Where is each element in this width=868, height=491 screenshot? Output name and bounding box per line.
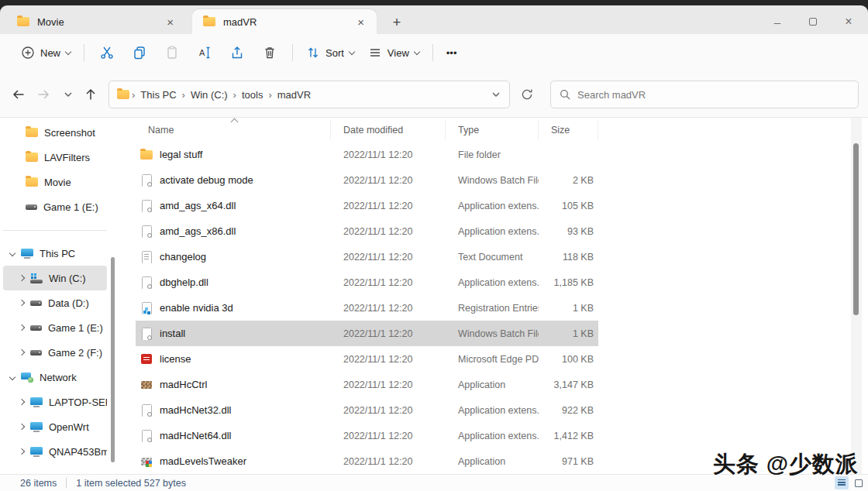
tab-madvr[interactable]: madVR × <box>192 9 377 34</box>
sidebar-item-qnap453bmir[interactable]: QNAP453Bmir <box>3 439 107 464</box>
breadcrumb-separator: › <box>180 89 188 101</box>
sidebar-item-lavfilters[interactable]: LAVFilters <box>3 145 107 170</box>
address-row: › This PC › Win (C:) › tools › madVR <box>0 71 868 118</box>
column-header-name[interactable]: Name <box>136 120 331 140</box>
chevron-down-icon <box>65 48 71 54</box>
chevron-down-icon <box>491 89 501 100</box>
chevron-down-icon <box>349 48 355 54</box>
sidebar-item-openwrt[interactable]: OpenWrt <box>3 414 107 439</box>
column-header-date-modified[interactable]: Date modified <box>331 120 446 140</box>
breadcrumb-separator: › <box>266 89 274 101</box>
maximize-button[interactable] <box>797 12 829 32</box>
new-tab-button[interactable]: + <box>388 15 406 32</box>
up-button[interactable] <box>80 84 102 105</box>
file-row-amd-ags-x64[interactable]: amd_ags_x64.dll 2022/11/1 12:20 Applicat… <box>136 193 598 218</box>
svg-text:A: A <box>199 48 205 57</box>
items-count: 26 items <box>20 478 57 489</box>
chevron-right-icon[interactable] <box>19 275 25 281</box>
list-scrollbar-thumb[interactable] <box>853 143 859 315</box>
sidebar-item-movie[interactable]: Movie <box>3 170 107 194</box>
chevron-right-icon[interactable] <box>19 300 25 306</box>
dll-file-icon <box>140 430 153 442</box>
breadcrumb-this-pc[interactable]: This PC <box>137 89 179 101</box>
search-box[interactable] <box>550 81 859 108</box>
chevron-down-icon[interactable] <box>9 250 16 256</box>
breadcrumb-win-c[interactable]: Win (C:) <box>188 89 231 101</box>
close-window-button[interactable]: × <box>832 12 865 32</box>
file-row-changelog[interactable]: changelog 2022/11/1 12:20 Text Document … <box>136 244 598 270</box>
recent-locations-button[interactable] <box>57 84 79 105</box>
see-more-button[interactable]: ••• <box>439 39 464 66</box>
rename-button[interactable]: A <box>188 39 221 66</box>
view-lines-icon <box>368 46 382 60</box>
details-view-icon <box>838 479 846 486</box>
new-button[interactable]: New <box>14 39 78 66</box>
sidebar-item-this-pc[interactable]: This PC <box>3 241 107 266</box>
sidebar-item-label: Game 1 (E:) <box>48 322 103 334</box>
computer-icon <box>21 249 33 259</box>
sidebar-item-label: Game 1 (E:) <box>43 201 98 213</box>
folder-icon <box>26 153 38 162</box>
sidebar-scrollbar[interactable] <box>111 257 115 462</box>
file-row-activate-debug-mode[interactable]: activate debug mode 2022/11/1 12:20 Wind… <box>136 167 598 193</box>
chevron-down-icon <box>63 89 74 100</box>
file-row-dbghelp[interactable]: dbghelp.dll 2022/11/1 12:20 Application … <box>136 270 598 295</box>
file-row-license[interactable]: license 2022/11/1 12:20 Microsoft Edge P… <box>136 346 598 372</box>
address-dropdown-button[interactable] <box>491 89 501 100</box>
file-row-enable-nvidia-3d[interactable]: enable nvidia 3d 2022/11/1 12:20 Registr… <box>136 295 598 321</box>
copy-button[interactable] <box>123 39 156 66</box>
back-button[interactable] <box>8 84 29 105</box>
sidebar-item-game1-pinned[interactable]: Game 1 (E:) <box>3 194 107 219</box>
sidebar-item-label: Game 2 (F:) <box>48 347 102 359</box>
chevron-right-icon[interactable] <box>19 399 25 405</box>
sidebar-item-laptop-serve[interactable]: LAPTOP-SERVE <box>3 390 107 414</box>
chevron-right-icon[interactable] <box>19 324 25 331</box>
refresh-button[interactable] <box>516 84 538 105</box>
sidebar-item-data-d[interactable]: Data (D:) <box>3 290 107 315</box>
file-row-madlevelstweaker[interactable]: madLevelsTweaker 2022/11/1 12:20 Applica… <box>136 448 598 474</box>
chevron-down-icon[interactable] <box>9 374 16 380</box>
forward-button[interactable] <box>33 84 54 105</box>
minimize-button[interactable]: – <box>761 12 794 32</box>
sidebar-item-win-c[interactable]: Win (C:) <box>3 266 107 290</box>
drive-icon <box>30 300 42 306</box>
sidebar-item-game1-e[interactable]: Game 1 (E:) <box>3 315 107 340</box>
selection-info: 1 item selected 527 bytes <box>76 478 186 489</box>
dll-file-icon <box>140 225 153 238</box>
view-button[interactable]: View <box>361 39 426 66</box>
close-tab-icon[interactable]: × <box>162 16 178 28</box>
file-row-madhcnet32[interactable]: madHcNet32.dll 2022/11/1 12:20 Applicati… <box>136 397 598 423</box>
breadcrumb-madvr[interactable]: madVR <box>274 89 314 101</box>
chevron-right-icon[interactable] <box>19 448 25 455</box>
sidebar-item-label: Data (D:) <box>48 297 89 309</box>
share-button[interactable] <box>221 39 253 66</box>
network-pc-icon <box>30 447 43 457</box>
back-arrow-icon <box>11 87 26 102</box>
column-header-size[interactable]: Size <box>539 120 598 140</box>
cut-button[interactable] <box>91 39 123 66</box>
sidebar-item-screenshot[interactable]: Screenshot <box>3 120 107 145</box>
delete-button[interactable] <box>253 39 286 66</box>
thumbnails-view-icon <box>855 479 863 487</box>
chevron-right-icon[interactable] <box>19 349 25 355</box>
sort-button[interactable]: Sort <box>299 39 361 66</box>
file-row-madhcnet64[interactable]: madHcNet64.dll 2022/11/1 12:20 Applicati… <box>136 423 598 448</box>
breadcrumb[interactable]: › This PC › Win (C:) › tools › madVR <box>108 81 510 108</box>
tab-movie[interactable]: Movie × <box>6 9 186 34</box>
maximize-icon <box>809 18 817 26</box>
breadcrumb-tools[interactable]: tools <box>239 89 266 101</box>
chevron-right-icon[interactable] <box>19 424 25 430</box>
toolbar-divider <box>292 44 293 61</box>
sidebar-item-game2-f[interactable]: Game 2 (F:) <box>3 340 107 365</box>
drive-icon <box>30 350 42 355</box>
close-tab-icon[interactable]: × <box>353 16 369 28</box>
file-row-legal-stuff[interactable]: legal stuff 2022/11/1 12:20 File folder <box>136 142 598 167</box>
folder-icon <box>203 17 215 26</box>
search-input[interactable] <box>577 89 850 101</box>
file-row-install[interactable]: install 2022/11/1 12:20 Windows Batch Fi… <box>136 321 598 346</box>
file-row-madhcctrl[interactable]: madHcCtrl 2022/11/1 12:20 Application 3,… <box>136 372 598 397</box>
paste-button[interactable] <box>156 39 188 66</box>
column-header-type[interactable]: Type <box>446 120 539 140</box>
file-row-amd-ags-x86[interactable]: amd_ags_x86.dll 2022/11/1 12:20 Applicat… <box>136 218 598 244</box>
sidebar-item-network[interactable]: Network <box>3 365 107 390</box>
